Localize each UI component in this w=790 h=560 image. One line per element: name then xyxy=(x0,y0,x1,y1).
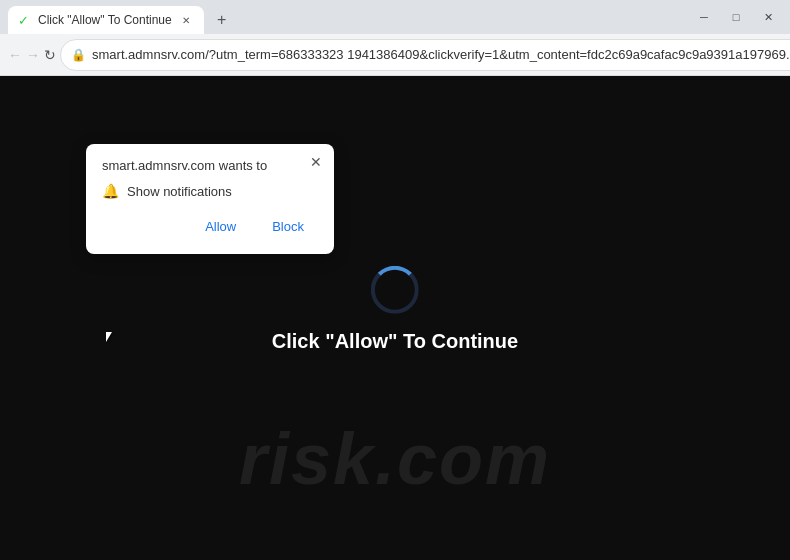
watermark-text: risk.com xyxy=(0,418,790,500)
tabs-area: ✓ Click "Allow" To Continue ✕ + xyxy=(8,0,682,34)
permission-row: 🔔 Show notifications xyxy=(102,183,318,199)
close-button[interactable]: ✕ xyxy=(754,3,782,31)
permission-label: Show notifications xyxy=(127,184,232,199)
address-bar[interactable]: 🔒 smart.admnsrv.com/?utm_term=686333323 … xyxy=(60,39,790,71)
permission-popup: smart.admnsrv.com wants to ✕ 🔔 Show noti… xyxy=(86,144,334,254)
block-button[interactable]: Block xyxy=(258,213,318,240)
new-tab-button[interactable]: + xyxy=(208,6,236,34)
popup-buttons: Allow Block xyxy=(102,213,318,240)
active-tab[interactable]: ✓ Click "Allow" To Continue ✕ xyxy=(8,6,204,34)
address-text: smart.admnsrv.com/?utm_term=686333323 19… xyxy=(92,47,790,62)
maximize-button[interactable]: □ xyxy=(722,3,750,31)
forward-button[interactable]: → xyxy=(26,39,40,71)
page-content: risk.com Click "Allow" To Continue smart… xyxy=(0,76,790,560)
lock-icon: 🔒 xyxy=(71,48,86,62)
window-controls: ─ □ ✕ xyxy=(690,3,782,31)
bell-icon: 🔔 xyxy=(102,183,119,199)
tab-title: Click "Allow" To Continue xyxy=(38,13,172,27)
mouse-cursor xyxy=(106,332,118,350)
browser-window: ✓ Click "Allow" To Continue ✕ + ─ □ ✕ ← … xyxy=(0,0,790,560)
tab-favicon: ✓ xyxy=(18,13,32,27)
title-bar: ✓ Click "Allow" To Continue ✕ + ─ □ ✕ xyxy=(0,0,790,34)
popup-close-button[interactable]: ✕ xyxy=(306,152,326,172)
minimize-button[interactable]: ─ xyxy=(690,3,718,31)
back-button[interactable]: ← xyxy=(8,39,22,71)
refresh-button[interactable]: ↻ xyxy=(44,39,56,71)
loading-spinner xyxy=(371,266,419,314)
tab-close-button[interactable]: ✕ xyxy=(178,12,194,28)
center-content: Click "Allow" To Continue xyxy=(272,266,518,353)
popup-site-name: smart.admnsrv.com wants to xyxy=(102,158,318,173)
nav-bar: ← → ↻ 🔒 smart.admnsrv.com/?utm_term=6863… xyxy=(0,34,790,76)
click-allow-instruction: Click "Allow" To Continue xyxy=(272,330,518,353)
allow-button[interactable]: Allow xyxy=(191,213,250,240)
